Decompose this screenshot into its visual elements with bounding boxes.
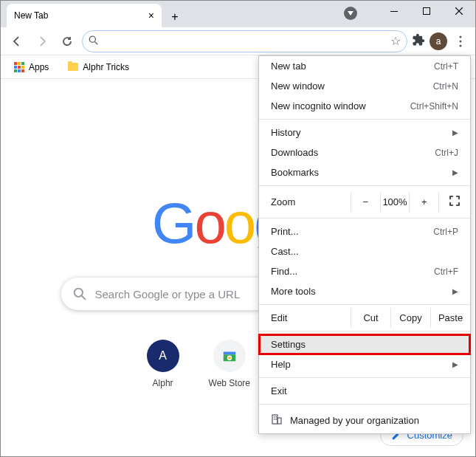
- menu-new-window[interactable]: New windowCtrl+N: [259, 76, 470, 96]
- zoom-in-button[interactable]: +: [410, 192, 439, 212]
- menu-more-tools[interactable]: More tools▶: [259, 281, 470, 301]
- svg-point-3: [459, 35, 461, 38]
- shortcut-icon: [213, 340, 246, 372]
- svg-rect-1: [424, 8, 430, 15]
- svg-rect-11: [274, 416, 275, 418]
- window-controls: [378, 1, 475, 21]
- menu-settings[interactable]: Settings: [259, 334, 470, 354]
- edit-label: Edit: [259, 308, 351, 328]
- toolbar: ☆ a: [1, 27, 475, 55]
- zoom-out-button[interactable]: −: [351, 192, 381, 212]
- chrome-menu: New tabCtrl+T New windowCtrl+N New incog…: [258, 55, 471, 434]
- svg-point-5: [459, 44, 461, 47]
- svg-rect-13: [274, 419, 275, 420]
- menu-managed[interactable]: Managed by your organization: [259, 408, 470, 433]
- fullscreen-button[interactable]: [439, 196, 470, 208]
- bookmark-star-icon[interactable]: ☆: [390, 34, 401, 48]
- menu-separator: [259, 185, 470, 186]
- close-tab-icon[interactable]: ×: [148, 10, 154, 21]
- chevron-right-icon: ▶: [452, 287, 458, 295]
- menu-separator: [259, 218, 470, 219]
- menu-cast[interactable]: Cast...: [259, 241, 470, 261]
- svg-rect-12: [276, 416, 277, 418]
- menu-exit[interactable]: Exit: [259, 381, 470, 401]
- menu-find[interactable]: Find...Ctrl+F: [259, 261, 470, 281]
- svg-point-2: [89, 36, 95, 42]
- search-icon: [89, 35, 98, 47]
- menu-print[interactable]: Print...Ctrl+P: [259, 221, 470, 241]
- svg-rect-0: [390, 11, 398, 12]
- menu-edit-row: Edit Cut Copy Paste: [259, 308, 470, 328]
- chrome-menu-button[interactable]: [452, 32, 469, 50]
- svg-rect-14: [276, 419, 277, 420]
- svg-point-6: [74, 289, 82, 297]
- profile-avatar[interactable]: a: [430, 32, 447, 50]
- menu-new-tab[interactable]: New tabCtrl+T: [259, 56, 470, 76]
- close-window-button[interactable]: [443, 1, 475, 21]
- cut-button[interactable]: Cut: [351, 308, 390, 328]
- menu-incognito[interactable]: New incognito windowCtrl+Shift+N: [259, 96, 470, 116]
- paste-button[interactable]: Paste: [430, 308, 470, 328]
- title-bar: New Tab × +: [1, 1, 475, 27]
- bookmark-folder-label: Alphr Tricks: [83, 62, 129, 72]
- shortcut-webstore[interactable]: Web Store: [209, 340, 250, 388]
- fullscreen-icon: [449, 196, 460, 206]
- folder-icon: [68, 63, 78, 71]
- avatar-letter: a: [436, 36, 441, 47]
- menu-separator: [259, 331, 470, 331]
- profile-dropdown-icon[interactable]: [344, 7, 357, 20]
- apps-shortcut[interactable]: Apps: [10, 59, 53, 75]
- reload-button[interactable]: [57, 31, 77, 52]
- managed-label: Managed by your organization: [290, 415, 419, 426]
- menu-zoom-row: Zoom − 100% +: [259, 189, 470, 215]
- copy-button[interactable]: Copy: [390, 308, 430, 328]
- extensions-icon[interactable]: [412, 33, 425, 49]
- menu-separator: [259, 377, 470, 378]
- apps-label: Apps: [29, 62, 49, 72]
- menu-help[interactable]: Help▶: [259, 354, 470, 374]
- shortcut-alphr[interactable]: A Alphr: [147, 340, 179, 388]
- menu-bookmarks[interactable]: Bookmarks▶: [259, 162, 470, 182]
- svg-point-4: [459, 40, 461, 42]
- svg-point-8: [228, 357, 231, 360]
- apps-icon: [14, 62, 24, 72]
- menu-separator: [259, 404, 470, 405]
- menu-history[interactable]: History▶: [259, 123, 470, 142]
- svg-rect-10: [277, 418, 281, 424]
- shortcut-icon: A: [147, 340, 179, 372]
- back-button[interactable]: [7, 31, 27, 52]
- menu-separator: [259, 304, 470, 305]
- search-placeholder: Search Google or type a URL: [95, 288, 241, 300]
- zoom-value: 100%: [381, 192, 410, 212]
- chevron-right-icon: ▶: [452, 168, 458, 176]
- chevron-right-icon: ▶: [452, 360, 458, 368]
- minimize-button[interactable]: [378, 1, 410, 21]
- shortcut-label: Web Store: [209, 378, 250, 388]
- new-tab-button[interactable]: +: [165, 7, 185, 27]
- menu-separator: [259, 119, 470, 120]
- maximize-button[interactable]: [410, 1, 443, 21]
- address-bar[interactable]: ☆: [82, 30, 407, 52]
- browser-tab[interactable]: New Tab ×: [7, 4, 162, 27]
- search-icon: [73, 287, 86, 300]
- bookmark-folder[interactable]: Alphr Tricks: [63, 59, 134, 75]
- shortcut-label: Alphr: [153, 378, 173, 388]
- tab-title: New Tab: [14, 10, 48, 21]
- zoom-label: Zoom: [271, 196, 351, 207]
- organization-icon: [271, 413, 283, 427]
- chevron-right-icon: ▶: [452, 128, 458, 137]
- menu-downloads[interactable]: DownloadsCtrl+J: [259, 142, 470, 162]
- forward-button[interactable]: [32, 31, 52, 52]
- url-input[interactable]: [103, 35, 386, 47]
